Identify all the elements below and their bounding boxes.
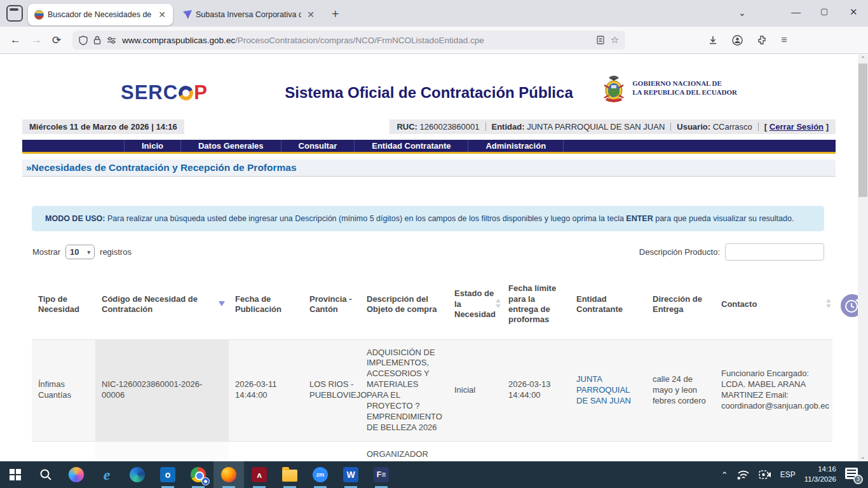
word-button[interactable]: W (336, 461, 366, 488)
internet-explorer-button[interactable]: e (92, 461, 122, 488)
tab-favicon-ecuador (34, 10, 44, 20)
scroll-down-icon[interactable]: ⌄ (858, 452, 868, 461)
page-size-select[interactable]: 10 ▾ (65, 245, 95, 259)
search-icon (39, 468, 52, 481)
firefox-button[interactable] (214, 461, 244, 488)
zoom-button[interactable]: zm (305, 461, 336, 488)
tray-clock[interactable]: 14:16 11/3/2026 (804, 464, 836, 484)
wifi-icon[interactable]: ✱ (737, 470, 750, 480)
reader-mode-icon[interactable] (597, 36, 604, 44)
downloads-icon[interactable] (708, 35, 718, 45)
f-app-button[interactable]: F≡ (366, 461, 397, 488)
entidad-link[interactable]: JUNTA PARROQUIAL DE SAN JUAN (576, 374, 631, 405)
outlook-button[interactable]: o (153, 461, 183, 488)
tray-expand-icon[interactable]: ⌃ (721, 470, 728, 480)
new-tab-button[interactable]: ＋ (329, 5, 341, 22)
window-close-button[interactable]: ✕ (850, 6, 858, 18)
col-direccion-entrega[interactable]: Dirección de Entrega (646, 269, 715, 339)
ruc-label: RUC: (397, 122, 417, 132)
notification-center-button[interactable]: 3 (845, 468, 860, 482)
meet-now-icon[interactable] (759, 470, 771, 480)
scrollbar-thumb[interactable] (858, 64, 867, 197)
scroll-up-icon[interactable]: ⌃ (858, 55, 868, 64)
government-logo: GOBIERNO NACIONAL DE LA REPUBLICA DEL EC… (600, 72, 737, 103)
cell-descripcion: ORGANIZADOR DE EVENTO DE INTEGRACION (360, 441, 448, 461)
nav-item-entidad-contratante[interactable]: Entidad Contratante (354, 140, 468, 152)
copilot-button[interactable] (61, 461, 92, 488)
windows-taskbar: e o ☻ ʌ zm W F≡ ⌃ ✱ ESP 14:16 11/3/2026 … (0, 461, 868, 488)
nav-item-inicio[interactable]: Inicio (124, 140, 180, 152)
reload-button[interactable]: ⟳ (52, 34, 61, 47)
sort-both-icon[interactable] (496, 299, 501, 308)
cell-codigo (95, 441, 229, 461)
col-tipo-necesidad[interactable]: Tipo de Necesidad (32, 269, 95, 339)
chrome-profile-badge: ☻ (201, 477, 210, 485)
word-icon: W (343, 467, 358, 482)
sort-both-icon[interactable] (826, 299, 831, 308)
bookmark-star-icon[interactable]: ☆ (611, 34, 619, 46)
logout-link[interactable]: Cerrar Sesión (770, 122, 824, 132)
browser-toolbar: ← → ⟳ www.compraspublicas.gob.ec /Proces… (0, 27, 868, 54)
acrobat-button[interactable]: ʌ (244, 461, 275, 488)
gov-text-line2: LA REPUBLICA DEL ECUADOR (632, 88, 737, 97)
cell-provincia (303, 441, 360, 461)
sort-desc-icon[interactable] (219, 301, 225, 306)
gov-text-line1: GOBIERNO NACIONAL DE (632, 79, 737, 88)
tab-buscador[interactable]: Buscador de Necesidades de Co ✕ (28, 4, 173, 25)
col-fecha-limite[interactable]: Fecha límite para la entrega de proforma… (502, 269, 570, 339)
url-path: /ProcesoContratacion/compras/NCO/FrmNCOL… (235, 36, 597, 45)
language-indicator[interactable]: ESP (780, 470, 796, 479)
internet-explorer-icon: e (104, 466, 111, 484)
permissions-icon[interactable] (107, 36, 116, 44)
cell-fecha-publicacion: 2026-03-11 14:44:00 (229, 339, 303, 441)
col-codigo[interactable]: Código de Necesidad de Contratación (95, 269, 229, 339)
usuario-label: Usuario: (677, 122, 710, 132)
nav-item-datos-generales[interactable]: Datos Generales (180, 140, 281, 152)
cell-tipo (32, 441, 95, 461)
back-button[interactable]: ← (10, 34, 21, 46)
main-navigation: Inicio Datos Generales Consultar Entidad… (22, 140, 836, 154)
url-bar[interactable]: www.compraspublicas.gob.ec /ProcesoContr… (72, 30, 625, 50)
cell-fecha-limite (502, 441, 570, 461)
forward-button[interactable]: → (31, 34, 42, 46)
cell-entidad: JUNTA PARROQUIAL DE SAN JUAN (570, 339, 646, 441)
col-descripcion-objeto[interactable]: Descripción del Objeto de compra (360, 269, 448, 339)
page-size-value: 10 (70, 247, 79, 257)
col-fecha-publicacion[interactable]: Fecha de Publicación (229, 269, 303, 339)
browser-tab-bar: Buscador de Necesidades de Co ✕ Subasta … (0, 0, 868, 27)
shield-icon[interactable] (79, 36, 88, 45)
window-maximize-button[interactable]: ▢ (820, 6, 828, 16)
f-app-icon: F≡ (374, 467, 389, 482)
col-estado[interactable]: Estado de la Necesidad (448, 269, 502, 339)
firefox-view-icon[interactable] (6, 5, 23, 22)
list-tabs-chevron-icon[interactable]: ⌄ (738, 8, 746, 18)
cell-estado (448, 441, 502, 461)
acrobat-icon: ʌ (252, 467, 267, 482)
firefox-icon (221, 467, 236, 482)
start-button[interactable] (0, 461, 31, 488)
page-scrollbar[interactable]: ⌃ ⌄ (858, 55, 868, 461)
file-explorer-button[interactable] (275, 461, 305, 488)
tab-close-icon[interactable]: ✕ (156, 10, 168, 20)
extensions-icon[interactable] (757, 35, 767, 45)
tab-subasta[interactable]: Subasta Inversa Corporativa de ✕ (177, 4, 322, 25)
chrome-button[interactable]: ☻ (183, 461, 214, 488)
lock-icon[interactable] (93, 36, 101, 44)
usage-text: Para realizar una búsqueda usted debe in… (105, 214, 626, 223)
account-icon[interactable] (732, 35, 743, 46)
edge-button[interactable] (122, 461, 153, 488)
descripcion-producto-input[interactable] (725, 243, 824, 261)
col-provincia-canton[interactable]: Provincia - Cantón (303, 269, 360, 339)
table-row: Ínfimas Cuantías NIC-1260023860001-2026-… (32, 339, 832, 441)
window-minimize-button[interactable]: — (791, 6, 801, 17)
system-tray: ⌃ ✱ ESP 14:16 11/3/2026 3 (721, 461, 868, 488)
col-entidad-contratante[interactable]: Entidad Contratante (570, 269, 646, 339)
nav-item-administracion[interactable]: Administración (468, 140, 564, 152)
url-host: www.compraspublicas.gob.ec (122, 36, 235, 45)
tab-close-icon[interactable]: ✕ (305, 10, 316, 20)
nav-item-consultar[interactable]: Consultar (281, 140, 355, 152)
col-contacto[interactable]: Contacto (715, 269, 832, 339)
menu-hamburger-icon[interactable]: ≡ (781, 34, 787, 46)
search-button[interactable] (31, 461, 61, 488)
tab-title: Subasta Inversa Corporativa de (196, 10, 301, 19)
